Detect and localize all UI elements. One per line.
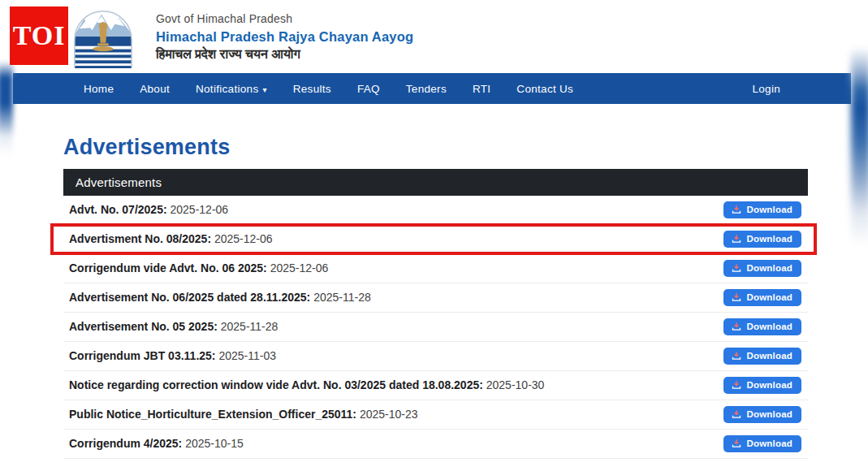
government-line: Govt of Himachal Pradesh [156, 12, 413, 25]
download-icon [732, 205, 741, 214]
row-text: Public Notice_Horticulture_Extension_Off… [69, 406, 418, 423]
table-row: Advertisment No. 08/2025: 2025-12-06 Dow… [63, 225, 808, 254]
section-header-label: Advertisements [76, 175, 162, 189]
download-button[interactable]: Download [723, 348, 801, 365]
download-icon [732, 439, 741, 448]
main-content: Advertisements Advertisements Advt. No. … [63, 104, 808, 459]
login-link[interactable]: Login [752, 83, 780, 95]
download-button[interactable]: Download [723, 406, 801, 423]
toi-logo: TOI [10, 6, 68, 65]
row-text: Advertisment No. 08/2025: 2025-12-06 [69, 231, 273, 248]
nav-item-notifications[interactable]: Notifications▾ [196, 83, 267, 95]
table-row: Advertisement No. 06/2025 dated 28.11.20… [63, 283, 808, 313]
advertisement-title: Advertisment No. 08/2025: [69, 232, 211, 245]
advertisement-date: 2025-10-30 [486, 378, 545, 391]
advertisement-date: 2025-11-28 [313, 291, 371, 304]
download-icon [732, 351, 741, 361]
table-row: Corrigendum 4/2025: 2025-10-15 Download [63, 430, 808, 459]
advertisement-title: Corrigendum 4/2025: [69, 437, 182, 450]
table-row: Notice regarding correction window vide … [63, 371, 808, 400]
download-button[interactable]: Download [723, 260, 801, 277]
advertisement-title: Corrigendum JBT 03.11.25: [69, 349, 216, 362]
table-row: Public Notice_Horticulture_Extension_Off… [63, 400, 808, 430]
download-button-label: Download [746, 292, 792, 302]
org-name: Himachal Pradesh Rajya Chayan Aayog [156, 29, 413, 45]
download-button[interactable]: Download [723, 231, 801, 248]
download-icon [732, 322, 741, 331]
site-header: Govt of Himachal Pradesh Himachal Prades… [0, 0, 868, 73]
chevron-down-icon: ▾ [262, 85, 266, 94]
nav-item-home[interactable]: Home [84, 83, 114, 95]
main-nav: Home About Notifications▾ Results FAQ Te… [13, 73, 851, 104]
download-button[interactable]: Download [723, 318, 801, 335]
download-button[interactable]: Download [723, 289, 801, 306]
toi-logo-text: TOI [13, 20, 66, 51]
download-icon [732, 409, 741, 419]
table-row: Corrigendum vide Advt. No. 06 2025: 2025… [63, 254, 808, 283]
page-title: Advertisements [63, 135, 808, 160]
advertisement-title: Public Notice_Horticulture_Extension_Off… [69, 408, 356, 421]
nav-item-tenders[interactable]: Tenders [406, 83, 447, 95]
row-text: Corrigendum 4/2025: 2025-10-15 [69, 435, 244, 452]
advertisement-title: Notice regarding correction window vide … [69, 378, 483, 391]
download-icon [732, 263, 741, 273]
download-button[interactable]: Download [723, 377, 801, 394]
row-text: Advertisement No. 05 2025: 2025-11-28 [69, 318, 278, 335]
row-text: Corrigendum JBT 03.11.25: 2025-11-03 [69, 348, 276, 365]
download-button-label: Download [746, 234, 792, 244]
download-icon [732, 292, 741, 302]
advertisement-list: Advt. No. 07/2025: 2025-12-06 Download A… [63, 196, 808, 459]
table-row: Advertisement No. 05 2025: 2025-11-28 Do… [63, 313, 808, 342]
table-row: Advt. No. 07/2025: 2025-12-06 Download [63, 196, 808, 225]
org-name-hindi: हिमाचल प्रदेश राज्य चयन आयोग [156, 47, 413, 62]
row-text: Notice regarding correction window vide … [69, 377, 544, 394]
download-icon [732, 380, 741, 390]
row-text: Corrigendum vide Advt. No. 06 2025: 2025… [69, 260, 328, 277]
download-icon [732, 234, 741, 244]
download-button-label: Download [746, 439, 792, 448]
nav-item-about[interactable]: About [140, 83, 170, 95]
advertisement-title: Corrigendum vide Advt. No. 06 2025: [69, 261, 267, 274]
advertisement-title: Advertisement No. 06/2025 dated 28.11.20… [69, 291, 310, 304]
advertisement-date: 2025-12-06 [171, 203, 229, 216]
row-text: Advt. No. 07/2025: 2025-12-06 [69, 201, 228, 218]
advertisement-title: Advertisement No. 05 2025: [69, 320, 218, 333]
advertisement-date: 2025-10-23 [360, 408, 418, 421]
nav-item-contact-us[interactable]: Contact Us [516, 83, 573, 95]
nav-item-results[interactable]: Results [293, 83, 331, 95]
advertisement-date: 2025-11-03 [218, 349, 276, 362]
download-button[interactable]: Download [723, 435, 801, 452]
advertisement-date: 2025-10-15 [185, 437, 244, 450]
table-row: Corrigendum JBT 03.11.25: 2025-11-03 Dow… [63, 342, 808, 371]
brand-text: Govt of Himachal Pradesh Himachal Prades… [156, 6, 413, 73]
download-button-label: Download [746, 322, 792, 331]
download-button-label: Download [746, 263, 792, 273]
row-text: Advertisement No. 06/2025 dated 28.11.20… [69, 289, 371, 306]
advertisement-date: 2025-12-06 [214, 232, 273, 245]
nav-item-rti[interactable]: RTI [473, 83, 490, 95]
nav-item-faq[interactable]: FAQ [357, 83, 380, 95]
advertisement-date: 2025-12-06 [270, 261, 329, 274]
page: TOI Govt of Himacha [0, 0, 868, 471]
advertisement-date: 2025-11-28 [221, 320, 279, 333]
download-button-label: Download [746, 205, 792, 214]
download-button-label: Download [746, 380, 792, 390]
section-header-bar: Advertisements [63, 169, 808, 196]
download-button[interactable]: Download [723, 201, 801, 218]
download-button-label: Download [746, 409, 792, 419]
advertisement-title: Advt. No. 07/2025: [69, 203, 167, 216]
download-button-label: Download [746, 351, 792, 361]
emblem-logo [71, 6, 135, 68]
